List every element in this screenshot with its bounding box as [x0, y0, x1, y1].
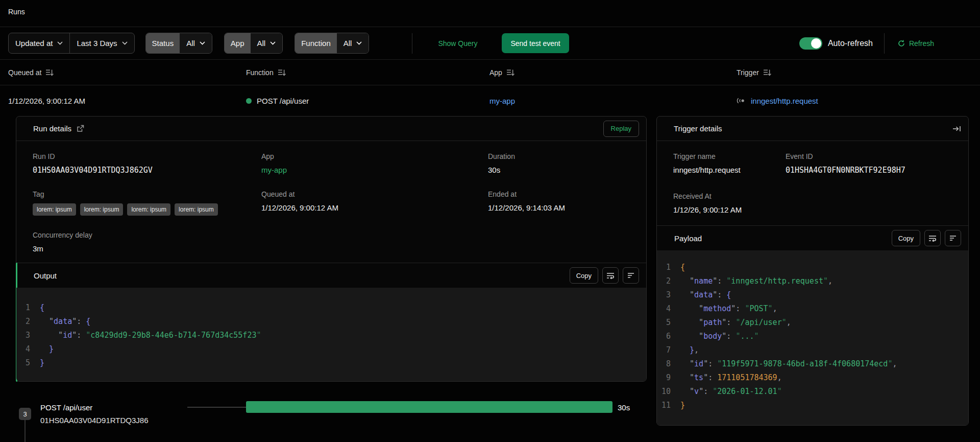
auto-refresh-toggle[interactable] — [799, 37, 822, 50]
external-link-icon[interactable] — [77, 125, 84, 132]
output-header: Output Copy — [16, 263, 646, 288]
status-filter-label: Status — [146, 33, 180, 53]
event-id-label: Event ID — [786, 152, 952, 160]
timeline-duration-bar[interactable] — [246, 401, 612, 413]
refresh-label: Refresh — [909, 39, 934, 48]
timeline-duration-value: 30s — [618, 403, 630, 412]
word-wrap-icon — [606, 272, 615, 279]
column-label: Trigger — [737, 68, 759, 77]
received-at-label: Received At — [673, 192, 742, 200]
app-link[interactable]: my-app — [489, 97, 515, 105]
output-code[interactable]: 1{2 "data": {3 "id": "c8429dd9-29b8-44e6… — [16, 288, 646, 381]
filter-bar: Updated at Last 3 Days Status All App Al… — [0, 27, 980, 60]
send-test-event-button[interactable]: Send test event — [502, 33, 569, 53]
line-number: 1 — [657, 261, 680, 274]
line-number: 4 — [657, 302, 680, 316]
chevron-down-icon — [122, 41, 128, 45]
trigger-details-header: Trigger details — [657, 117, 968, 141]
queued-at-value: 1/12/2026, 9:00:12 AM — [8, 97, 85, 105]
line-number: 4 — [16, 342, 40, 356]
ended-at-value: 1/12/2026, 9:14:03 AM — [488, 203, 630, 212]
status-filter-value: All — [186, 39, 195, 48]
run-details-title: Run details — [33, 124, 71, 133]
column-label: App — [489, 68, 502, 77]
function-name: POST /api/user — [257, 97, 309, 105]
tag-badge: lorem: ipsum — [127, 203, 170, 216]
column-header-trigger[interactable]: Trigger — [737, 60, 771, 85]
row-function[interactable]: POST /api/user — [246, 85, 309, 116]
app-filter-group: App All — [224, 33, 283, 54]
status-filter-dropdown[interactable]: All — [180, 33, 212, 53]
line-number: 3 — [657, 288, 680, 302]
line-number: 7 — [657, 343, 680, 357]
concurrency-delay-label: Concurrency delay — [33, 231, 261, 239]
app-value[interactable]: my-app — [261, 166, 488, 174]
trigger-link[interactable]: inngest/http.request — [751, 97, 818, 105]
payload-copy-button[interactable]: Copy — [892, 230, 920, 246]
app-label: App — [261, 152, 488, 160]
app-filter-value: All — [257, 39, 266, 48]
code-line: 2 "name": "inngest/http.request", — [657, 274, 968, 288]
status-filter-group: Status All — [145, 33, 212, 54]
column-header-app[interactable]: App — [489, 60, 514, 85]
run-details-panel: Run details Replay Run ID 01HS0AA03V04D9… — [16, 116, 647, 382]
function-filter-label: Function — [295, 33, 337, 53]
align-left-icon — [627, 272, 634, 278]
line-number: 11 — [657, 399, 680, 412]
code-line: 4 "method": "POST", — [657, 302, 968, 316]
code-line: 8 "id": "119f5971-9878-46bd-a18f-4f06801… — [657, 357, 968, 371]
step-count-badge[interactable]: 3 — [19, 408, 31, 420]
format-button[interactable] — [945, 230, 961, 246]
format-button[interactable] — [623, 267, 639, 284]
replay-button[interactable]: Replay — [603, 121, 639, 137]
tag-badges: lorem: ipsumlorem: ipsumlorem: ipsumlore… — [33, 203, 261, 216]
time-range-dropdown[interactable]: Last 3 Days — [69, 33, 134, 53]
output-copy-button[interactable]: Copy — [570, 267, 598, 284]
code-line: 6 "body": "..." — [657, 330, 968, 343]
refresh-button[interactable]: Refresh — [898, 39, 934, 48]
time-field-dropdown[interactable]: Updated at — [9, 33, 69, 53]
queued-at-value: 1/12/2026, 9:00:12 AM — [261, 203, 488, 212]
duration-label: Duration — [488, 152, 630, 160]
line-number: 2 — [657, 274, 680, 288]
payload-title: Payload — [674, 234, 702, 243]
trigger-name-label: Trigger name — [673, 152, 786, 160]
sort-icon — [506, 69, 514, 76]
line-number: 6 — [657, 330, 680, 343]
broadcast-icon — [737, 97, 746, 104]
timeline-connector-horizontal — [187, 407, 246, 408]
timeline-step-name: POST /api/user — [40, 403, 92, 412]
function-filter-group: Function All — [295, 33, 369, 54]
duration-value: 30s — [488, 166, 630, 174]
function-filter-dropdown[interactable]: All — [337, 33, 369, 53]
trigger-details-panel: Trigger details Trigger name inngest/htt… — [656, 116, 969, 426]
show-query-link[interactable]: Show Query — [438, 39, 477, 48]
trigger-name-value: inngest/http.request — [673, 166, 786, 174]
column-header-queued-at[interactable]: Queued at — [8, 60, 54, 85]
function-filter-value: All — [344, 39, 352, 48]
ended-at-label: Ended at — [488, 190, 630, 198]
output-title: Output — [34, 271, 57, 280]
toggle-knob — [811, 38, 821, 49]
payload-code[interactable]: 1{2 "name": "inngest/http.request",3 "da… — [657, 250, 968, 425]
column-label: Function — [246, 68, 274, 77]
line-number: 10 — [657, 385, 680, 399]
line-number: 3 — [16, 329, 40, 342]
word-wrap-button[interactable] — [602, 267, 619, 284]
app-filter-label: App — [225, 33, 251, 53]
payload-header: Payload Copy — [657, 226, 968, 250]
sort-icon — [763, 69, 771, 76]
app-filter-dropdown[interactable]: All — [251, 33, 283, 53]
word-wrap-icon — [928, 235, 937, 242]
word-wrap-button[interactable] — [924, 230, 941, 246]
queued-at-label: Queued at — [261, 190, 488, 198]
column-header-function[interactable]: Function — [246, 60, 286, 85]
trigger-details-title: Trigger details — [674, 124, 722, 133]
line-number: 9 — [657, 371, 680, 385]
line-number: 5 — [657, 316, 680, 330]
collapse-panel-icon[interactable] — [952, 125, 961, 132]
row-trigger[interactable]: inngest/http.request — [737, 85, 818, 116]
row-app[interactable]: my-app — [489, 85, 515, 116]
filter-divider — [412, 33, 412, 54]
tag-badge: lorem: ipsum — [33, 203, 76, 216]
